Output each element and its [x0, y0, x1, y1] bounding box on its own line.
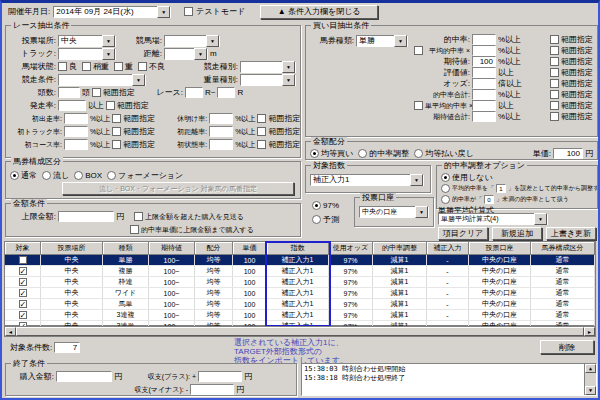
rate-range-checkbox[interactable]: [112, 140, 121, 149]
chevron-down-icon[interactable]: ▼: [282, 61, 295, 73]
hit-rate-total-input[interactable]: [472, 89, 496, 100]
heads-range-checkbox[interactable]: [92, 88, 101, 97]
odds-forecast-radio[interactable]: [312, 215, 321, 224]
course-combo[interactable]: ▼: [164, 35, 220, 47]
horizontal-scrollbar[interactable]: ◄ ►: [4, 326, 596, 337]
track-condition-checkbox[interactable]: [114, 62, 123, 71]
rate-input[interactable]: [64, 139, 88, 150]
chevron-down-icon[interactable]: ▼: [132, 74, 145, 86]
rate-range-checkbox[interactable]: [257, 140, 266, 149]
composition-radio[interactable]: [74, 171, 83, 180]
adjust-threshold-radio[interactable]: [441, 195, 450, 204]
composition-radio[interactable]: [107, 171, 116, 180]
purchase-amount-input[interactable]: [56, 371, 112, 382]
start-rate-range-checkbox[interactable]: [106, 101, 115, 110]
heads-input[interactable]: [58, 87, 80, 98]
test-mode-checkbox[interactable]: [184, 7, 193, 16]
unit-price-input[interactable]: 100: [553, 148, 583, 159]
avg-hit-rate-range-checkbox[interactable]: [550, 46, 559, 55]
delete-button[interactable]: 削除: [540, 340, 594, 354]
odds-input[interactable]: [472, 78, 496, 89]
scroll-left-icon[interactable]: ◄: [5, 327, 16, 336]
hit-rate-total-range-checkbox[interactable]: [550, 90, 559, 99]
col-place[interactable]: 投票場所: [41, 242, 103, 255]
chevron-down-icon[interactable]: ▼: [410, 174, 423, 186]
nagashi-box-formation-button[interactable]: 流し・BOX・フォーメーション 対象馬の馬番指定: [62, 182, 294, 195]
allocation-radio[interactable]: [310, 149, 319, 158]
rate-range-checkbox[interactable]: [257, 127, 266, 136]
chevron-down-icon[interactable]: ▼: [102, 35, 115, 47]
chevron-down-icon[interactable]: ▼: [282, 74, 295, 86]
chevron-down-icon[interactable]: ▼: [394, 35, 407, 47]
odds-range-checkbox[interactable]: [550, 79, 559, 88]
col-expectancy[interactable]: 期待値: [149, 242, 195, 255]
composition-radio[interactable]: [42, 171, 51, 180]
rate-range-checkbox[interactable]: [112, 114, 121, 123]
add-new-button[interactable]: 新規追加: [492, 227, 542, 240]
win-average-formula-combo[interactable]: 単勝平均計算式(4) ▼: [438, 213, 548, 225]
clear-items-button[interactable]: 項目クリア: [438, 227, 488, 240]
col-allocation[interactable]: 配分: [195, 242, 233, 255]
expectancy-range-checkbox[interactable]: [550, 57, 559, 66]
avg-hit-rate-input[interactable]: [472, 45, 496, 56]
chevron-down-icon[interactable]: ▼: [157, 6, 170, 18]
target-index-combo[interactable]: 補正入力1 ▼: [310, 174, 424, 186]
table-row[interactable]: 中央 ワイド 100~ 均等 100 補正入力1 97% 減算1 - 中央の口座…: [5, 288, 595, 299]
track-condition-checkbox[interactable]: [82, 62, 91, 71]
buy-up-to-limit-checkbox[interactable]: [130, 225, 139, 234]
race-condition-combo[interactable]: ▼: [58, 74, 146, 86]
col-account[interactable]: 投票口座: [469, 242, 531, 255]
balance-minus-input[interactable]: [190, 384, 234, 395]
balance-plus-input[interactable]: [198, 371, 242, 382]
evaluation-input[interactable]: [472, 67, 496, 78]
table-row[interactable]: 中央 枠連 100~ 均等 100 補正入力1 97% 減算1 - 中央の口座 …: [5, 277, 595, 288]
track-combo[interactable]: ▼: [58, 48, 116, 60]
rate-range-checkbox[interactable]: [257, 114, 266, 123]
evaluation-range-checkbox[interactable]: [550, 68, 559, 77]
row-target-checkbox[interactable]: [19, 311, 27, 319]
adjust-none-radio[interactable]: [441, 173, 450, 182]
odds-97-radio[interactable]: [312, 201, 321, 210]
scrollbar-thumb[interactable]: [16, 327, 584, 336]
scroll-down-icon[interactable]: ▼: [585, 386, 596, 395]
start-rate-input[interactable]: [58, 100, 86, 111]
hit-rate-range-checkbox[interactable]: [550, 35, 559, 44]
col-hosei[interactable]: 補正入力: [427, 242, 469, 255]
expectancy-input[interactable]: 100: [472, 56, 496, 67]
skip-over-limit-checkbox[interactable]: [134, 212, 143, 221]
bet-type-combo[interactable]: 単勝 ▼: [356, 35, 408, 47]
single-avg-hit-rate-checkbox[interactable]: [414, 101, 423, 110]
expectancy-total-range-checkbox[interactable]: [550, 112, 559, 121]
col-odds[interactable]: 使用オッズ: [329, 242, 373, 255]
table-row[interactable]: 中央 馬単 100~ 均等 100 補正入力1 97% 減算1 - 中央の口座 …: [5, 299, 595, 310]
chevron-down-icon[interactable]: ▼: [415, 206, 428, 218]
rate-input[interactable]: [209, 126, 233, 137]
row-target-checkbox[interactable]: [19, 289, 27, 297]
track-condition-checkbox[interactable]: [138, 62, 147, 71]
table-row[interactable]: 中央 3連複 100~ 均等 100 補正入力1 97% 減算1 - 中央の口座…: [5, 310, 595, 321]
race-kind-combo[interactable]: ▼: [240, 61, 296, 73]
row-target-checkbox[interactable]: [19, 256, 27, 264]
scroll-up-icon[interactable]: ▲: [585, 364, 596, 373]
track-condition-checkbox[interactable]: [58, 62, 67, 71]
single-avg-range-checkbox[interactable]: [550, 101, 559, 110]
distance-combo[interactable]: ▼: [164, 48, 208, 60]
place-combo[interactable]: 中央 ▼: [58, 35, 116, 47]
row-target-checkbox[interactable]: [19, 267, 27, 275]
col-composition[interactable]: 馬券構成区分: [531, 242, 595, 255]
adjust-threshold-input[interactable]: 0: [484, 195, 494, 204]
rate-input[interactable]: [209, 139, 233, 150]
weight-kind-combo[interactable]: ▼: [240, 74, 296, 86]
close-input-area-button[interactable]: ▲ 条件入力欄を閉じる: [260, 5, 378, 19]
hit-rate-input[interactable]: [472, 34, 496, 45]
chevron-down-icon[interactable]: ▼: [206, 35, 219, 47]
chevron-down-icon[interactable]: ▼: [194, 48, 207, 60]
expectancy-total-input[interactable]: [472, 111, 496, 122]
race-from-input[interactable]: [185, 87, 203, 98]
rate-range-checkbox[interactable]: [112, 127, 121, 136]
limit-amount-input[interactable]: [58, 211, 114, 222]
scroll-right-icon[interactable]: ►: [584, 327, 595, 336]
col-index[interactable]: 指数: [267, 242, 329, 255]
table-row[interactable]: 中央 単勝 100~ 均等 100 補正入力1 97% 減算1 - 中央の口座 …: [5, 255, 595, 266]
row-target-checkbox[interactable]: [19, 300, 27, 308]
